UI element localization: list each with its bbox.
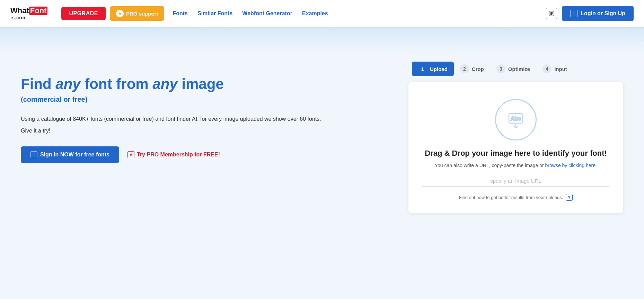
step-num-3: 3 xyxy=(496,64,505,73)
url-input[interactable] xyxy=(422,175,609,187)
hero-band xyxy=(0,27,644,55)
upgrade-button[interactable]: UPGRADE xyxy=(61,7,106,20)
help-row: Find out how to get better results from … xyxy=(459,194,573,201)
step-label-crop: Crop xyxy=(472,66,484,72)
browse-link[interactable]: browse by clicking here. xyxy=(545,163,597,168)
pro-free-icon: ★ xyxy=(127,151,134,158)
step-label-upload: Upload xyxy=(430,66,448,72)
logo-what: What xyxy=(10,7,29,15)
step-num-2: 2 xyxy=(460,64,469,73)
step-num-4: 4 xyxy=(542,64,552,73)
upload-icon-wrap: Abc xyxy=(495,99,537,141)
nav-webfont-generator[interactable]: Webfont Generator xyxy=(242,10,292,17)
headline-part2: font from xyxy=(81,76,153,92)
signin-label: Sign In NOW for free fonts xyxy=(40,152,109,158)
step-tab-crop[interactable]: 2 Crop xyxy=(454,62,490,76)
pro-free-button[interactable]: ★ Try PRO Membership for FREE! xyxy=(127,151,220,158)
login-button[interactable]: 👤 Login or Sign Up xyxy=(562,6,634,21)
step-num-1: 1 xyxy=(418,64,427,73)
logo-domain: is.com xyxy=(10,15,27,20)
drag-drop-text: Drag & Drop your image here to identify … xyxy=(425,149,607,158)
svg-text:Abc: Abc xyxy=(511,116,521,121)
nav-right: 👤 Login or Sign Up xyxy=(546,6,634,21)
upload-circle-icon: Abc xyxy=(495,99,537,141)
pro-support-label: PRO support xyxy=(126,11,158,17)
right-column: 1 Upload 2 Crop 3 Optimize 4 Input xyxy=(408,62,623,213)
headline-part3: image xyxy=(178,76,224,92)
nav-examples[interactable]: Examples xyxy=(302,10,328,17)
login-label: Login or Sign Up xyxy=(581,10,625,17)
headline-part1: Find xyxy=(21,76,55,92)
headline-em2: any xyxy=(152,76,177,92)
header: What Font is.com UPGRADE ★ PRO support F… xyxy=(0,0,644,27)
url-input-wrap xyxy=(422,175,609,187)
description: Using a catalogue of 840K+ fonts (commer… xyxy=(21,115,388,124)
step-tab-optimize[interactable]: 3 Optimize xyxy=(490,62,536,76)
or-text-content: You can also write a URL, copy-paste the… xyxy=(435,163,545,168)
main-content: Find any font from any image (commercial… xyxy=(0,55,644,234)
login-icon: 👤 xyxy=(570,10,578,17)
left-column: Find any font from any image (commercial… xyxy=(21,62,388,163)
signin-button[interactable]: 👤 Sign In NOW for free fonts xyxy=(21,146,119,163)
upload-box[interactable]: Abc Drag & Drop your image here to ident… xyxy=(408,82,623,213)
main-nav: Fonts Similar Fonts Webfont Generator Ex… xyxy=(173,10,546,17)
logo[interactable]: What Font is.com xyxy=(10,7,47,20)
step-label-input: Input xyxy=(554,66,567,72)
step-tab-upload[interactable]: 1 Upload xyxy=(412,62,454,76)
pro-support-button[interactable]: ★ PRO support xyxy=(110,6,165,21)
signin-icon: 👤 xyxy=(30,151,37,158)
pro-free-label: Try PRO Membership for FREE! xyxy=(137,152,220,158)
give-try: Give it a try! xyxy=(21,128,388,134)
subheadline: (commercial or free) xyxy=(21,96,388,103)
nav-similar-fonts[interactable]: Similar Fonts xyxy=(197,10,232,17)
help-text: Find out how to get better results from … xyxy=(459,195,563,200)
headline: Find any font from any image xyxy=(21,75,388,93)
step-label-optimize: Optimize xyxy=(508,66,530,72)
pro-support-icon: ★ xyxy=(116,10,124,17)
extra-icon-box[interactable] xyxy=(546,8,557,19)
help-icon[interactable]: ? xyxy=(566,194,573,201)
step-tabs: 1 Upload 2 Crop 3 Optimize 4 Input xyxy=(408,62,623,76)
headline-em1: any xyxy=(55,76,80,92)
logo-font: Font xyxy=(29,7,48,15)
cta-row: 👤 Sign In NOW for free fonts ★ Try PRO M… xyxy=(21,146,388,163)
or-text: You can also write a URL, copy-paste the… xyxy=(435,163,597,168)
nav-fonts[interactable]: Fonts xyxy=(173,10,188,17)
step-tab-input[interactable]: 4 Input xyxy=(536,62,573,76)
